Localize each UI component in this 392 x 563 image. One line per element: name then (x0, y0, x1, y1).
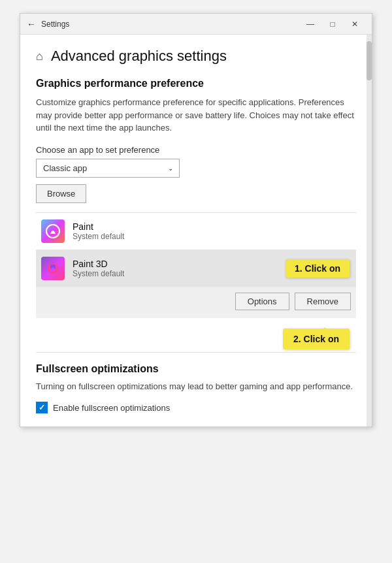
minimize-button[interactable]: — (300, 16, 321, 32)
paint-app-status: System default (73, 232, 351, 241)
titlebar: ← Settings — □ ✕ (20, 14, 372, 35)
graphics-section: Graphics performance preference Customiz… (36, 78, 356, 212)
scrollbar[interactable] (367, 35, 372, 426)
fullscreen-checkbox[interactable] (36, 402, 48, 413)
checkbox-row[interactable]: Enable fullscreen optimizations (36, 402, 356, 413)
fullscreen-checkbox-label: Enable fullscreen optimizations (53, 403, 170, 413)
callout-1-wrapper: 1. Click on (286, 259, 350, 278)
paint-app-icon (41, 219, 65, 243)
choose-app-label: Choose an app to set preference (36, 145, 356, 155)
callout-1: 1. Click on (286, 259, 350, 278)
maximize-button[interactable]: □ (322, 16, 343, 32)
window-controls: — □ ✕ (300, 16, 365, 32)
dropdown-wrapper: Classic app Store app ⌄ (36, 159, 356, 178)
back-button[interactable]: ← (27, 19, 36, 29)
paint-app-name: Paint (73, 221, 351, 232)
home-icon: ⌂ (36, 50, 43, 63)
graphics-section-title: Graphics performance preference (36, 78, 356, 89)
app-list: Paint System default (36, 212, 356, 287)
app-type-dropdown-container[interactable]: Classic app Store app ⌄ (36, 159, 180, 178)
close-button[interactable]: ✕ (344, 16, 365, 32)
section-divider (36, 352, 356, 353)
action-row: Options Remove (36, 287, 356, 318)
scrollbar-thumb[interactable] (367, 41, 372, 80)
svg-point-3 (51, 268, 55, 272)
paint3d-icon-svg (44, 259, 62, 278)
fullscreen-section: Fullscreen optimizations Turning on full… (36, 363, 356, 414)
options-button[interactable]: Options (235, 293, 289, 310)
app-item-paint[interactable]: Paint System default (36, 213, 356, 250)
paint-icon-svg (44, 222, 62, 240)
page-title: Advanced graphics settings (51, 48, 227, 65)
window-title: Settings (41, 20, 69, 29)
paint-app-info: Paint System default (73, 221, 351, 241)
page-header: ⌂ Advanced graphics settings (36, 48, 356, 65)
paint3d-app-icon (41, 257, 65, 280)
action-area: Options Remove 2. Click on (36, 287, 356, 318)
app-item-paint3d[interactable]: Paint 3D System default 1. Click on (36, 250, 356, 287)
graphics-section-desc: Customize graphics performance preferenc… (36, 96, 356, 135)
browse-button[interactable]: Browse (36, 184, 86, 203)
remove-button[interactable]: Remove (295, 293, 351, 310)
fullscreen-section-desc: Turning on fullscreen optimizations may … (36, 380, 356, 393)
callout-2: 2. Click on (283, 329, 350, 349)
fullscreen-section-title: Fullscreen optimizations (36, 363, 356, 375)
callout-2-wrapper: 2. Click on (283, 329, 350, 349)
app-type-dropdown[interactable]: Classic app Store app (36, 159, 180, 178)
